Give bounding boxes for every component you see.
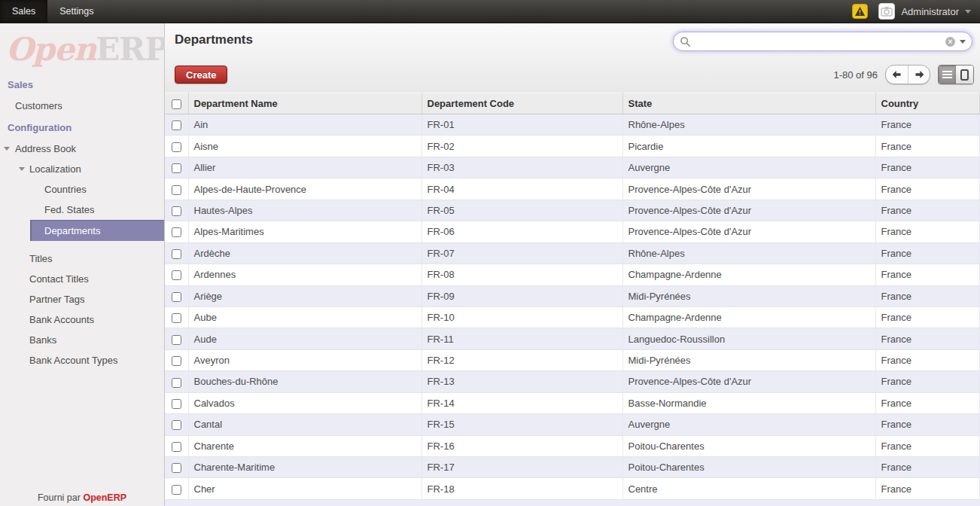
kanban-view-button[interactable] [956, 66, 973, 84]
sidebar-item-contact-titles[interactable]: Contact Titles [0, 269, 164, 289]
row-checkbox[interactable] [172, 270, 181, 280]
row-checkbox-cell [165, 114, 188, 136]
table-row[interactable]: Aude FR-11 Languedoc-Roussillon France [165, 328, 980, 349]
row-checkbox-cell [165, 242, 188, 264]
column-header-department-name[interactable]: Department Name [188, 93, 422, 114]
cell-department-code: FR-01 [422, 114, 622, 136]
sidebar-item-localization[interactable]: Localization [0, 159, 164, 179]
cell-state: Poitou-Charentes [622, 435, 875, 456]
row-checkbox[interactable] [172, 292, 181, 302]
cell-country: France [875, 178, 980, 200]
sidebar-item-bank-account-types[interactable]: Bank Account Types [0, 350, 164, 370]
sidebar-item-departments[interactable]: Departments [30, 220, 164, 241]
column-header-country[interactable]: Country [875, 93, 980, 114]
cell-country: France [875, 200, 980, 221]
table-header-row: Department Name Departement Code State C… [165, 93, 980, 114]
sidebar-item-countries[interactable]: Countries [0, 179, 164, 200]
row-checkbox[interactable] [172, 120, 181, 130]
row-checkbox[interactable] [172, 163, 181, 173]
row-checkbox[interactable] [172, 442, 181, 452]
user-menu[interactable]: Administrator [901, 6, 959, 17]
footer-brand-link[interactable]: OpenERP [83, 492, 126, 503]
row-checkbox[interactable] [172, 249, 181, 259]
table-row[interactable]: Bouches-du-Rhône FR-13 Provence-Alpes-Cô… [165, 371, 980, 392]
view-switcher [938, 65, 974, 84]
menu-tab-settings[interactable]: Settings [47, 0, 105, 23]
search-input[interactable] [695, 34, 945, 49]
table-row[interactable]: Hautes-Alpes FR-05 Provence-Alpes-Côte d… [165, 200, 980, 221]
cell-state: Rhône-Alpes [622, 242, 875, 264]
sidebar-item-customers[interactable]: Customers [0, 96, 164, 116]
sidebar-item-titles[interactable]: Titles [0, 248, 164, 269]
row-checkbox-cell [165, 221, 188, 242]
row-checkbox[interactable] [172, 227, 181, 237]
cell-department-code: FR-07 [422, 242, 622, 264]
previous-page-button[interactable] [886, 66, 908, 84]
row-checkbox[interactable] [172, 485, 181, 495]
column-header-departement-code[interactable]: Departement Code [422, 93, 622, 114]
create-button[interactable]: Create [175, 66, 227, 84]
cell-department-code: FR-17 [422, 457, 622, 478]
collapse-caret-icon[interactable] [4, 147, 10, 151]
sidebar-item-bank-accounts[interactable]: Bank Accounts [0, 309, 164, 330]
row-checkbox[interactable] [172, 356, 181, 366]
column-header-state[interactable]: State [622, 93, 875, 114]
table-row[interactable]: Ardennes FR-08 Champagne-Ardenne France [165, 264, 980, 285]
cell-department-name: Ardèche [188, 242, 422, 264]
table-row[interactable]: Cher FR-18 Centre France [165, 478, 980, 499]
cell-country: France [875, 242, 980, 264]
cell-department-code: FR-15 [422, 414, 622, 435]
cell-department-name: Ardennes [188, 264, 422, 285]
table-row[interactable]: Ariège FR-09 Midi-Pyrénées France [165, 285, 980, 306]
row-checkbox[interactable] [172, 420, 181, 430]
menu-tab-sales[interactable]: Sales [0, 0, 47, 23]
warning-icon[interactable] [852, 4, 868, 19]
table-row[interactable]: Ardèche FR-07 Rhône-Alpes France [165, 242, 980, 264]
table-row[interactable]: Aisne FR-02 Picardie France [165, 136, 980, 157]
openerp-logo: OpenERP [0, 23, 164, 73]
clear-search-icon[interactable]: × [945, 37, 955, 47]
next-page-button[interactable] [908, 66, 930, 84]
row-checkbox[interactable] [172, 313, 181, 323]
table-row[interactable]: Ain FR-01 Rhône-Alpes France [165, 114, 980, 136]
table-row[interactable]: Cantal FR-15 Auvergne France [165, 414, 980, 435]
row-checkbox[interactable] [172, 378, 181, 388]
sidebar-item-partner-tags[interactable]: Partner Tags [0, 289, 164, 309]
avatar[interactable] [878, 3, 895, 20]
row-checkbox[interactable] [172, 463, 181, 473]
cell-department-name: Cantal [188, 414, 422, 435]
pager-range: 1-80 of 96 [833, 69, 878, 81]
row-checkbox[interactable] [172, 399, 181, 409]
logo-erp-text: ERP [96, 31, 168, 68]
sidebar-item-label: Localization [29, 163, 81, 175]
row-checkbox[interactable] [172, 142, 181, 152]
table-row[interactable]: Charente-Maritime FR-17 Poitou-Charentes… [165, 457, 980, 478]
app-body: OpenERP Sales Customers Configuration Ad… [0, 23, 980, 506]
list-view-button[interactable] [939, 66, 956, 84]
table-row[interactable]: Alpes-Maritimes FR-06 Provence-Alpes-Côt… [165, 221, 980, 242]
cell-country: France [875, 478, 980, 499]
user-chevron-down-icon[interactable] [965, 10, 971, 14]
cell-department-name: Alpes-Maritimes [188, 221, 422, 242]
cell-country: France [875, 349, 980, 370]
search-options-chevron-icon[interactable] [960, 40, 966, 44]
sidebar-item-address-book[interactable]: Address Book [0, 139, 164, 159]
sidebar-item-fed-states[interactable]: Fed. States [0, 200, 164, 220]
row-checkbox-cell [165, 285, 188, 306]
sidebar-item-banks[interactable]: Banks [0, 330, 164, 350]
control-panel: Departments × Create 1-80 of 96 [165, 23, 980, 93]
table-row[interactable]: Aveyron FR-12 Midi-Pyrénées France [165, 349, 980, 370]
table-row[interactable]: Alpes-de-Haute-Provence FR-04 Provence-A… [165, 178, 980, 200]
table-row[interactable]: Charente FR-16 Poitou-Charentes France [165, 435, 980, 456]
cell-department-code: FR-11 [422, 328, 622, 349]
table-row[interactable]: Allier FR-03 Auvergne France [165, 157, 980, 178]
table-row[interactable]: Aube FR-10 Champagne-Ardenne France [165, 306, 980, 328]
collapse-caret-icon[interactable] [19, 167, 25, 171]
row-checkbox[interactable] [172, 335, 181, 345]
row-checkbox[interactable] [172, 206, 181, 216]
row-checkbox[interactable] [172, 185, 181, 195]
cell-state: Auvergne [622, 414, 875, 435]
table-row[interactable]: Calvados FR-14 Basse-Normandie France [165, 392, 980, 413]
select-all-checkbox[interactable] [172, 99, 181, 109]
sidebar: OpenERP Sales Customers Configuration Ad… [0, 23, 165, 506]
